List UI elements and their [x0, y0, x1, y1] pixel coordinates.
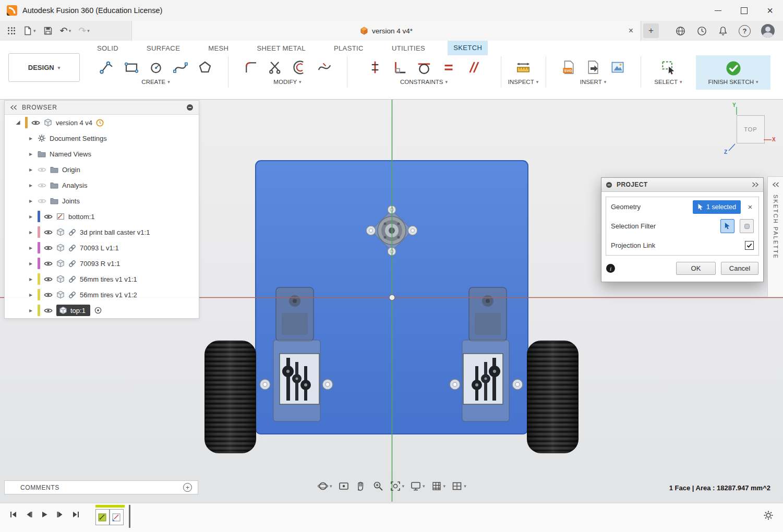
browser-header[interactable]: BROWSER [5, 101, 199, 115]
modify-group-label[interactable]: MODIFY [273, 79, 297, 85]
sketch-line-tool[interactable] [98, 58, 116, 77]
close-document-icon[interactable]: × [629, 26, 633, 35]
play-button[interactable] [41, 511, 49, 518]
tab-solid[interactable]: SOLID [97, 44, 118, 52]
spline-tool[interactable] [171, 58, 190, 77]
tab-surface[interactable]: SURFACE [147, 44, 180, 52]
left-tire[interactable] [205, 341, 256, 453]
visibility-eye-icon[interactable] [38, 198, 46, 204]
clock-icon[interactable] [696, 26, 707, 37]
visibility-eye-icon[interactable] [38, 167, 46, 173]
finish-sketch-button[interactable]: FINISH SKETCH▾ [696, 55, 770, 90]
rectangle-tool[interactable] [122, 58, 141, 77]
expand-arrow-icon[interactable]: ▸ [28, 260, 34, 267]
project-dialog-header[interactable]: PROJECT [601, 178, 763, 192]
zoom-button[interactable] [371, 479, 385, 493]
sketch-palette-tab[interactable]: SKETCH PALETTE [767, 176, 783, 297]
inspect-group-label[interactable]: INSPECT [508, 79, 534, 85]
browser-item-top-component[interactable]: ▸ top:1 [5, 303, 199, 318]
timeline-position-marker[interactable] [129, 505, 130, 528]
comments-bar[interactable]: COMMENTS + [4, 480, 198, 494]
projection-link-checkbox[interactable] [745, 241, 754, 250]
select-group-label[interactable]: SELECT [654, 79, 678, 85]
step-back-button[interactable] [25, 511, 33, 518]
zoom-fit-button[interactable]: ▾ [389, 479, 406, 493]
expand-arrow-icon[interactable]: ▸ [28, 244, 34, 251]
browser-item-tires-2[interactable]: ▸ 56mm tires v1 v1:2 [5, 287, 199, 303]
collapse-left-icon[interactable] [10, 105, 17, 110]
design-workspace-selector[interactable]: DESIGN ▾ [8, 53, 80, 82]
visibility-eye-icon[interactable] [44, 292, 53, 298]
expanded-arrow-icon[interactable] [15, 120, 21, 126]
constraint-parallel[interactable] [464, 58, 483, 77]
viewports-button[interactable]: ▾ [450, 479, 467, 493]
skip-to-end-button[interactable] [72, 511, 80, 518]
timeline-feature-sketch-1[interactable] [95, 509, 110, 525]
expand-arrow-icon[interactable]: ▸ [28, 213, 34, 220]
visibility-eye-icon[interactable] [44, 214, 53, 220]
globe-icon[interactable] [675, 26, 686, 37]
tab-utilities[interactable]: UTILITIES [392, 44, 425, 52]
visibility-eye-icon[interactable] [44, 261, 53, 267]
expand-right-icon[interactable] [752, 182, 759, 187]
save-button[interactable] [41, 25, 55, 37]
tab-plastic[interactable]: PLASTIC [334, 44, 364, 52]
constraint-perpendicular[interactable] [390, 58, 409, 77]
expand-arrow-icon[interactable]: ▸ [28, 291, 34, 298]
data-panel-button[interactable] [5, 26, 18, 37]
help-icon[interactable]: ? [739, 25, 751, 37]
skip-to-start-button[interactable] [9, 511, 17, 518]
expand-arrow-icon[interactable]: ▸ [28, 307, 34, 314]
minimize-panel-icon[interactable] [186, 104, 194, 111]
fillet-tool[interactable] [242, 58, 260, 77]
constraints-group-label[interactable]: CONSTRAINTS [400, 79, 443, 85]
constraint-tangent[interactable] [415, 58, 433, 77]
avatar[interactable] [761, 24, 775, 38]
expand-arrow-icon[interactable]: ▸ [28, 197, 34, 204]
browser-item-joints[interactable]: ▸ Joints [5, 193, 199, 209]
curve-tool[interactable] [315, 58, 334, 77]
expand-arrow-icon[interactable]: ▸ [28, 228, 34, 236]
visibility-eye-icon[interactable] [44, 308, 53, 313]
browser-item-named-views[interactable]: ▸ Named Views [5, 146, 199, 162]
browser-item-tires-1[interactable]: ▸ 56mm tires v1 v1:1 [5, 271, 199, 287]
close-window-button[interactable]: × [757, 0, 783, 21]
document-tab[interactable]: version 4 v4* × [132, 21, 641, 41]
redo-button[interactable]: ↷▾ [76, 25, 92, 37]
tab-sketch[interactable]: SKETCH [448, 41, 488, 55]
tab-sheet-metal[interactable]: SHEET METAL [257, 44, 306, 52]
expand-arrow-icon[interactable]: ▸ [28, 275, 34, 283]
create-group-label[interactable]: CREATE [141, 79, 165, 85]
tab-mesh[interactable]: MESH [208, 44, 228, 52]
file-menu-button[interactable]: ▾ [20, 25, 39, 37]
browser-item-document-settings[interactable]: ▸ Document Settings [5, 130, 199, 146]
visibility-eye-icon[interactable] [44, 229, 53, 235]
constraint-equal[interactable] [439, 58, 458, 77]
minimize-button[interactable] [705, 0, 731, 21]
visibility-eye-icon[interactable] [31, 120, 40, 126]
visibility-eye-icon[interactable] [44, 276, 53, 282]
circle-tool[interactable] [147, 58, 165, 77]
new-document-button[interactable]: + [643, 23, 659, 38]
insert-derive-tool[interactable] [584, 58, 603, 77]
add-comment-icon[interactable]: + [183, 483, 192, 492]
browser-item-origin[interactable]: ▸ Origin [5, 162, 199, 177]
selection-filter-window-button[interactable] [720, 219, 734, 233]
maximize-button[interactable] [731, 0, 757, 21]
origin-point[interactable] [389, 295, 395, 300]
browser-item-ball-caster[interactable]: ▸ 3d print ball caster v1:1 [5, 224, 199, 240]
expand-arrow-icon[interactable]: ▸ [28, 150, 34, 158]
constraint-horizontal-vertical[interactable] [366, 58, 384, 77]
visibility-eye-icon[interactable] [44, 245, 53, 251]
browser-item-bottom-component[interactable]: ▸ bottom:1 [5, 209, 199, 224]
insert-svg-tool[interactable]: SVG [559, 58, 578, 77]
window-select-tool[interactable] [659, 58, 678, 77]
undo-button[interactable]: ↶▾ [57, 25, 74, 37]
step-forward-button[interactable] [56, 511, 64, 518]
expand-arrow-icon[interactable]: ▸ [28, 135, 34, 142]
ok-button[interactable]: OK [676, 262, 716, 275]
info-icon[interactable]: i [606, 264, 615, 273]
measure-tool[interactable] [514, 58, 533, 77]
clear-selection-icon[interactable]: × [746, 202, 754, 211]
right-tire[interactable] [527, 341, 578, 453]
